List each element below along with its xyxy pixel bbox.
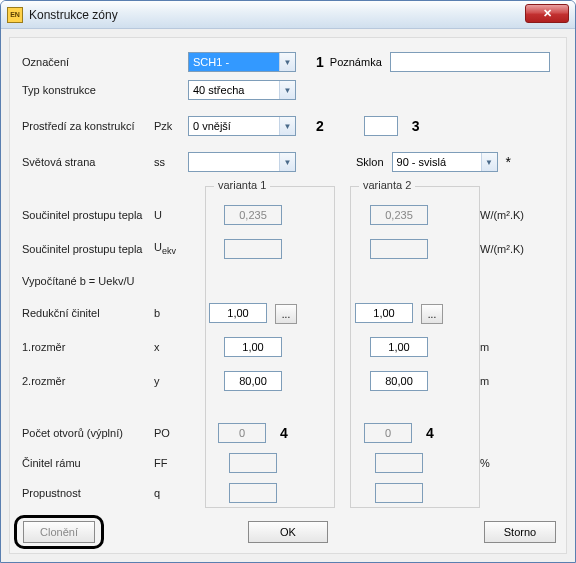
chevron-down-icon: ▼ (481, 153, 497, 171)
annot-1: 1 (316, 54, 324, 70)
chevron-down-icon: ▼ (279, 117, 295, 135)
sym-y: y (154, 375, 188, 387)
browse-v2-b[interactable]: ... (421, 304, 443, 324)
label-prostredi: Prostředí za konstrukcí (22, 120, 154, 132)
annot-star: * (506, 154, 511, 170)
label-propust: Propustnost (22, 487, 154, 499)
input-v1-x[interactable] (224, 337, 282, 357)
input-v1-b[interactable] (209, 303, 267, 323)
sym-po: PO (154, 427, 188, 439)
combo-svetova[interactable]: ▼ (188, 152, 296, 172)
sym-pzk: Pzk (154, 120, 188, 132)
sym-x: x (154, 341, 188, 353)
input-v2-y[interactable] (370, 371, 428, 391)
input-v2-b[interactable] (355, 303, 413, 323)
group-label-v1: varianta 1 (214, 179, 270, 191)
sym-b: b (154, 307, 188, 319)
label-svetova: Světová strana (22, 156, 154, 168)
input-v2-ff (375, 453, 423, 473)
browse-v1-b[interactable]: ... (275, 304, 297, 324)
input-poznamka[interactable] (390, 52, 550, 72)
unit-wm2k-1: W/(m².K) (480, 209, 524, 221)
cloneni-button[interactable]: Clonění (23, 521, 95, 543)
unit-m-1: m (480, 341, 489, 353)
label-poznamka: Poznámka (330, 56, 382, 68)
annot-4a: 4 (280, 425, 288, 441)
annot-2: 2 (316, 118, 324, 134)
chevron-down-icon: ▼ (279, 153, 295, 171)
sym-ff: FF (154, 457, 188, 469)
combo-oznaceni-value: SCH1 - (193, 56, 229, 68)
combo-typkon-value: 40 střecha (193, 84, 244, 96)
unit-m-2: m (480, 375, 489, 387)
dialog-content: Označení SCH1 - ▼ 1 Poznámka Typ konstru… (9, 37, 567, 554)
label-sklon: Sklon (356, 156, 384, 168)
chevron-down-icon: ▼ (279, 81, 295, 99)
combo-typkon[interactable]: 40 střecha ▼ (188, 80, 296, 100)
chevron-down-icon: ▼ (279, 53, 295, 71)
input-v1-po (218, 423, 266, 443)
sym-uekv: Uekv (154, 241, 188, 256)
input-v2-uekv (370, 239, 428, 259)
combo-prostredi-value: 0 vnější (193, 120, 231, 132)
input-v1-ff (229, 453, 277, 473)
input-v1-uekv (224, 239, 282, 259)
titlebar: EN Konstrukce zóny ✕ (1, 1, 575, 29)
input-v1-u (224, 205, 282, 225)
input-v2-po (364, 423, 412, 443)
cloneni-highlight: Clonění (14, 515, 104, 549)
input-v2-u (370, 205, 428, 225)
combo-sklon[interactable]: 90 - svislá ▼ (392, 152, 498, 172)
input-v1-q (229, 483, 277, 503)
input-v2-x[interactable] (370, 337, 428, 357)
unit-wm2k-2: W/(m².K) (480, 243, 524, 255)
close-icon: ✕ (543, 7, 552, 20)
combo-oznaceni[interactable]: SCH1 - ▼ (188, 52, 296, 72)
label-oznaceni: Označení (22, 56, 154, 68)
sym-q: q (154, 487, 188, 499)
input-v2-q (375, 483, 423, 503)
label-u: Součinitel prostupu tepla (22, 209, 154, 221)
ok-button[interactable]: OK (248, 521, 328, 543)
input-v1-y[interactable] (224, 371, 282, 391)
group-label-v2: varianta 2 (359, 179, 415, 191)
label-pocet: Počet otvorů (výplní) (22, 427, 154, 439)
storno-button[interactable]: Storno (484, 521, 556, 543)
unit-pct: % (480, 457, 490, 469)
label-typkon: Typ konstrukce (22, 84, 154, 96)
sym-u: U (154, 209, 188, 221)
small-input-3[interactable] (364, 116, 398, 136)
sym-ss: ss (154, 156, 188, 168)
label-cinitel: Činitel rámu (22, 457, 154, 469)
close-button[interactable]: ✕ (525, 4, 569, 23)
app-icon: EN (7, 7, 23, 23)
label-uekv: Součinitel prostupu tepla (22, 243, 154, 255)
window-title: Konstrukce zóny (29, 8, 118, 22)
label-rozm2: 2.rozměr (22, 375, 154, 387)
label-redukcni: Redukční činitel (22, 307, 154, 319)
label-vypoc: Vypočítané b = Uekv/U (22, 275, 222, 287)
label-rozm1: 1.rozměr (22, 341, 154, 353)
annot-4b: 4 (426, 425, 434, 441)
annot-3: 3 (412, 118, 420, 134)
combo-sklon-value: 90 - svislá (397, 156, 447, 168)
combo-prostredi[interactable]: 0 vnější ▼ (188, 116, 296, 136)
